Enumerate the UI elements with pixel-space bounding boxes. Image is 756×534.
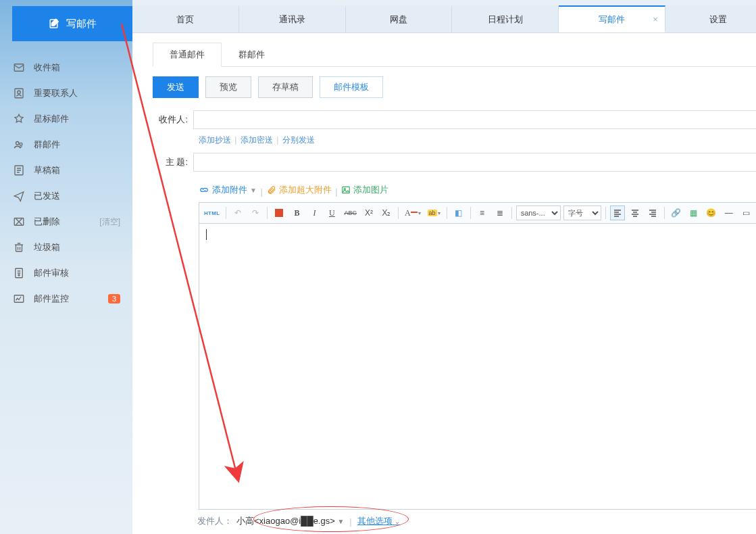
separator bbox=[267, 207, 268, 219]
template-button[interactable]: 邮件模板 bbox=[320, 76, 383, 98]
tab-home[interactable]: 首页 bbox=[132, 5, 239, 32]
eraser-button[interactable]: ◧ bbox=[451, 205, 466, 220]
nav-spam[interactable]: 垃圾箱 bbox=[12, 235, 132, 260]
nav-label: 邮件审核 bbox=[34, 267, 120, 279]
delete-icon bbox=[12, 215, 26, 228]
other-options-link[interactable]: 其他选项 ⌄ bbox=[357, 515, 401, 527]
action-row: 发送 预览 存草稿 邮件模板 bbox=[153, 76, 756, 98]
editor: HTML ↶ ↷ B I U ABC X² X₂ A▾ ab▾ ◧ bbox=[199, 202, 756, 510]
separator: | bbox=[335, 187, 337, 197]
subject-input[interactable] bbox=[193, 153, 756, 172]
align-right-button[interactable] bbox=[645, 205, 660, 220]
nav-deleted[interactable]: 已删除 [清空] bbox=[12, 209, 132, 235]
font-size-select[interactable]: 字号 bbox=[563, 205, 601, 220]
align-left-button[interactable] bbox=[610, 205, 625, 220]
font-family-select[interactable]: sans-... bbox=[516, 205, 561, 220]
nav-monitor[interactable]: 邮件监控 3 bbox=[12, 286, 132, 312]
add-large-attachment-link[interactable]: 添加超大附件 bbox=[267, 184, 332, 196]
insert-table-button[interactable]: ▦ bbox=[686, 205, 701, 220]
superscript-button[interactable]: X² bbox=[361, 205, 376, 220]
nav-important-contacts[interactable]: 重要联系人 bbox=[12, 80, 132, 106]
strikethrough-button[interactable]: ABC bbox=[342, 205, 359, 220]
compose-button[interactable]: 写邮件 bbox=[12, 6, 132, 41]
save-draft-button[interactable]: 存草稿 bbox=[258, 76, 313, 98]
subtab-normal[interactable]: 普通邮件 bbox=[153, 43, 222, 67]
recipient-row: 收件人: bbox=[153, 110, 756, 129]
nav-label: 群邮件 bbox=[34, 139, 120, 151]
nav-list: 收件箱 重要联系人 星标邮件 群邮件 草稿箱 已发送 bbox=[0, 55, 132, 312]
recipient-input[interactable] bbox=[193, 110, 756, 129]
nav-review[interactable]: 邮件审核 bbox=[12, 260, 132, 286]
nav-badge: 3 bbox=[108, 294, 120, 304]
star-icon bbox=[12, 112, 26, 126]
subtab-group[interactable]: 群邮件 bbox=[222, 43, 282, 67]
tab-settings[interactable]: 设置× bbox=[665, 5, 756, 32]
underline-button[interactable]: U bbox=[324, 205, 339, 220]
tab-schedule[interactable]: 日程计划 bbox=[452, 5, 559, 32]
main-area: 首页 通讯录 网盘 日程计划 写邮件× 设置× 普通邮件 群邮件 发送 预览 存… bbox=[132, 5, 756, 534]
chevron-down-icon: ▼ bbox=[250, 187, 257, 194]
chevron-down-icon[interactable]: ▼ bbox=[337, 518, 344, 525]
align-center-button[interactable] bbox=[628, 205, 642, 220]
draft-icon bbox=[12, 164, 26, 177]
nav-sent[interactable]: 已发送 bbox=[12, 183, 132, 209]
attach-label: 添加图片 bbox=[353, 184, 388, 196]
nav-inbox[interactable]: 收件箱 bbox=[12, 55, 132, 80]
nav-starred[interactable]: 星标邮件 bbox=[12, 106, 132, 132]
bold-button[interactable]: B bbox=[289, 205, 304, 220]
separator: | bbox=[261, 187, 263, 197]
sender-value[interactable]: 小高<xiaogao@i██e.gs> ▼ bbox=[236, 515, 344, 527]
nav-label: 已发送 bbox=[34, 190, 120, 202]
color-button[interactable] bbox=[272, 205, 286, 220]
add-attachment-link[interactable]: 添加附件 ▼ bbox=[199, 184, 257, 196]
ordered-list-button[interactable]: ≡ bbox=[475, 205, 490, 220]
nav-label: 星标邮件 bbox=[34, 113, 120, 125]
highlight-button[interactable]: ab▾ bbox=[426, 205, 443, 220]
sidebar: 写邮件 收件箱 重要联系人 星标邮件 群邮件 草稿箱 bbox=[0, 0, 132, 534]
svg-rect-10 bbox=[14, 295, 24, 303]
spam-icon bbox=[12, 241, 26, 254]
nav-label: 垃圾箱 bbox=[34, 241, 120, 253]
recipient-options: 添加抄送 | 添加密送 | 分别发送 bbox=[199, 135, 756, 146]
close-icon[interactable]: × bbox=[653, 14, 658, 24]
mail-icon bbox=[12, 61, 26, 74]
nav-group-mail[interactable]: 群邮件 bbox=[12, 132, 132, 157]
fullscreen-button[interactable]: ▭ bbox=[739, 205, 754, 220]
nav-drafts[interactable]: 草稿箱 bbox=[12, 157, 132, 183]
editor-body[interactable] bbox=[199, 224, 756, 509]
unordered-list-button[interactable]: ≣ bbox=[493, 205, 507, 220]
text-caret bbox=[206, 229, 207, 240]
insert-link-button[interactable]: 🔗 bbox=[669, 205, 684, 220]
tab-label: 首页 bbox=[176, 14, 194, 26]
send-button[interactable]: 发送 bbox=[153, 76, 199, 98]
undo-button[interactable]: ↶ bbox=[230, 205, 245, 220]
chevron-down-icon: ⌄ bbox=[395, 518, 400, 525]
tab-netdisk[interactable]: 网盘 bbox=[346, 5, 453, 32]
add-cc-link[interactable]: 添加抄送 bbox=[199, 135, 231, 145]
tab-label: 通讯录 bbox=[279, 14, 305, 26]
emoji-button[interactable]: 😊 bbox=[704, 205, 719, 220]
html-source-button[interactable]: HTML bbox=[202, 205, 222, 220]
nav-label: 草稿箱 bbox=[34, 164, 120, 176]
review-icon bbox=[12, 266, 26, 280]
tab-label: 设置 bbox=[709, 14, 727, 26]
subscript-button[interactable]: X₂ bbox=[379, 205, 394, 220]
tab-contacts[interactable]: 通讯录 bbox=[239, 5, 346, 32]
split-send-link[interactable]: 分别发送 bbox=[282, 135, 315, 145]
separator bbox=[470, 207, 471, 219]
tab-compose[interactable]: 写邮件× bbox=[559, 5, 665, 32]
compose-sub-tabs: 普通邮件 群邮件 bbox=[153, 43, 756, 67]
add-bcc-link[interactable]: 添加密送 bbox=[241, 135, 273, 145]
separator bbox=[605, 207, 606, 219]
subtab-label: 普通邮件 bbox=[170, 49, 205, 59]
redo-button[interactable]: ↷ bbox=[248, 205, 263, 220]
preview-button[interactable]: 预览 bbox=[205, 76, 251, 98]
font-color-button[interactable]: A▾ bbox=[403, 205, 423, 220]
link-icon bbox=[199, 185, 209, 195]
nav-clear-link[interactable]: [清空] bbox=[99, 216, 120, 228]
italic-button[interactable]: I bbox=[307, 205, 322, 220]
hr-button[interactable]: — bbox=[722, 205, 736, 220]
add-image-link[interactable]: 添加图片 bbox=[341, 184, 388, 196]
top-tabs: 首页 通讯录 网盘 日程计划 写邮件× 设置× bbox=[132, 5, 756, 33]
nav-label: 收件箱 bbox=[34, 62, 120, 74]
